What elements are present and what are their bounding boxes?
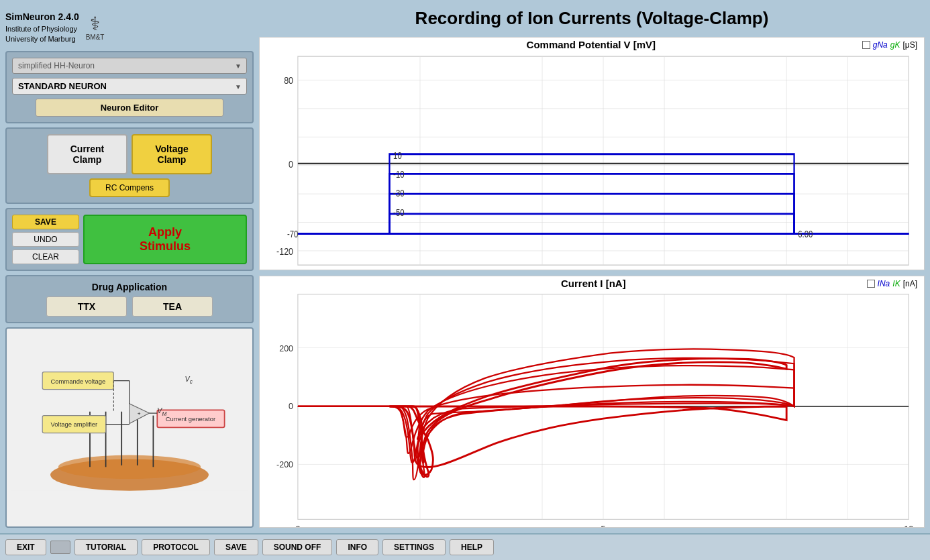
diagram-panel: Commande voltage Voltage amplifier + Cur… [5,327,254,528]
bottom-bar: EXIT TUTORIAL PROTOCOL SAVE SOUND OFF IN… [0,533,930,560]
save-bottom-button[interactable]: SAVE [214,539,258,555]
ina-label: INa [878,279,890,288]
settings-button[interactable]: SETTINGS [382,539,446,555]
voltage-chart-svg: 80 0 -120 [260,52,924,270]
tutorial-button[interactable]: TUTORIAL [74,539,138,555]
simplified-neuron-wrapper: simplified HH-Neuron [12,58,247,74]
clamp-panel: CurrentClamp VoltageClamp RC Compens [5,127,254,204]
svg-point-2 [58,455,201,479]
voltage-clamp-button[interactable]: VoltageClamp [132,134,212,174]
bottom-separator [50,541,70,554]
logo-icon: ⚕ [90,15,100,34]
help-button[interactable]: HELP [450,539,494,555]
current-legend-unit: [nA] [903,279,917,288]
app-subtitle2: University of Marburg [5,34,79,44]
apply-stimulus-text: ApplyStimulus [140,225,191,254]
logo-text: BM&T [86,34,105,41]
svg-text:10: 10 [393,150,402,162]
svg-text:-70: -70 [287,229,298,240]
app-title: SimNeuron 2.4.0 [5,11,79,24]
svg-text:10: 10 [904,524,913,527]
logo: ⚕ BM&T [86,15,105,41]
exit-button[interactable]: EXIT [5,539,46,555]
drug-buttons: TTX TEA [12,296,247,317]
sound-off-button[interactable]: SOUND OFF [262,539,333,555]
svg-text:0: 0 [289,158,293,170]
current-clamp-button[interactable]: CurrentClamp [47,134,127,174]
apply-stimulus-button[interactable]: ApplyStimulus [83,215,247,264]
protocol-button[interactable]: PROTOCOL [142,539,210,555]
standard-neuron-select[interactable]: STANDARD NEURON [12,78,247,95]
app-header: SimNeuron 2.4.0 Institute of Physiology … [5,8,254,47]
current-chart-header: Current I [nA] INa IK [nA] [260,276,924,290]
svg-text:Commande voltage: Commande voltage [50,378,105,386]
circuit-diagram: Commande voltage Voltage amplifier + Cur… [11,333,248,522]
gna-checkbox[interactable] [862,41,870,49]
save-button[interactable]: SAVE [12,215,79,229]
svg-text:Current generator: Current generator [166,415,215,423]
neuron-type-select[interactable]: simplified HH-Neuron [12,58,247,74]
main-title: Recording of Ion Currents (Voltage-Clamp… [259,5,925,32]
current-chart-legend: INa IK [nA] [867,279,917,288]
drug-panel: Drug Application TTX TEA [5,275,254,323]
action-buttons-left: SAVE UNDO CLEAR [12,215,79,264]
gk-label: gK [890,40,900,50]
ik-label: IK [892,279,900,288]
svg-text:-50: -50 [393,207,404,218]
neuron-panel: simplified HH-Neuron STANDARD NEURON Neu… [5,51,254,123]
action-panel: SAVE UNDO CLEAR ApplyStimulus [5,208,254,271]
ttx-button[interactable]: TTX [46,296,127,317]
current-chart-svg: 200 0 -200 0 5 10 time [ms] [260,290,924,527]
neuron-editor-button[interactable]: Neuron Editor [36,99,223,117]
clear-button[interactable]: CLEAR [12,249,79,264]
drug-title: Drug Application [12,282,247,292]
voltage-chart-title: Command Potential V [mV] [320,39,862,50]
info-button[interactable]: INFO [336,539,378,555]
voltage-legend-unit: [μS] [902,40,917,50]
app-subtitle1: Institute of Physiology [5,24,79,34]
svg-text:6.00: 6.00 [798,229,813,240]
svg-text:80: 80 [284,74,293,87]
undo-button[interactable]: UNDO [12,232,79,247]
rc-compens-button[interactable]: RC Compens [89,178,170,197]
svg-text:0: 0 [295,524,300,527]
svg-text:-200: -200 [276,460,293,469]
svg-text:5: 5 [601,524,606,527]
current-chart-title: Current I [nA] [320,278,867,289]
svg-text:-120: -120 [276,245,293,257]
svg-text:-10: -10 [393,169,404,180]
voltage-chart-container: Command Potential V [mV] gNa gK [μS] [259,37,925,270]
standard-neuron-wrapper: STANDARD NEURON [12,78,247,95]
svg-text:+: + [138,411,141,417]
svg-text:-30: -30 [393,188,404,199]
svg-text:0: 0 [289,402,293,412]
gna-label: gNa [873,40,888,50]
svg-text:Voltage amplifier: Voltage amplifier [51,421,98,429]
voltage-chart-header: Command Potential V [mV] gNa gK [μS] [260,38,924,52]
tea-button[interactable]: TEA [132,296,213,317]
ina-checkbox[interactable] [867,280,875,288]
voltage-chart-legend: gNa gK [μS] [862,40,917,50]
svg-text:200: 200 [279,344,293,353]
current-chart-container: Current I [nA] INa IK [nA] [259,276,925,528]
